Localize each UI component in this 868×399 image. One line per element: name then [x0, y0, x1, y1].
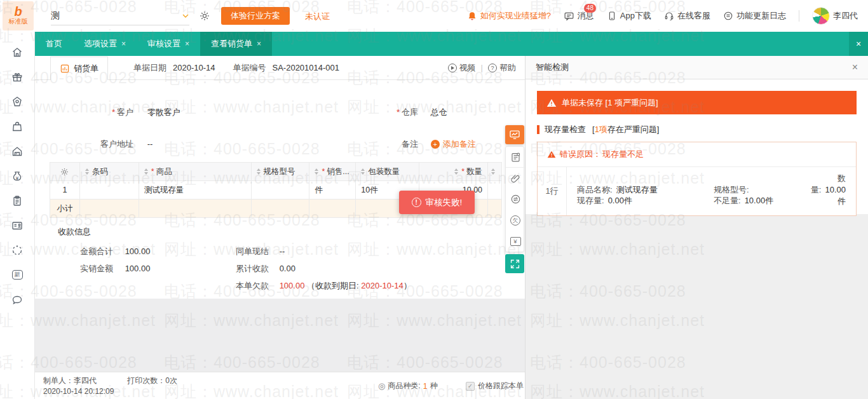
tab-sales-order-label: 销货单	[74, 63, 98, 74]
header-spec[interactable]: 规格型号	[252, 163, 310, 181]
audit-failed-toast: ! 审核失败!	[399, 191, 475, 214]
close-icon[interactable]: ×	[257, 39, 261, 48]
price-track-option[interactable]: ✓ 价格跟踪本单	[466, 381, 524, 391]
close-icon[interactable]: ×	[185, 39, 189, 48]
app-download-label: App下载	[620, 10, 651, 22]
error-detail-row: 1行 商品名称:测试现存量 规格型号: 数量:10.00件 现存量:0.00件 …	[538, 167, 856, 215]
header-qty[interactable]: *数量	[419, 163, 488, 181]
online-service-link[interactable]: 在线客服	[664, 10, 710, 22]
trial-industry-plan-button[interactable]: 体验行业方案	[221, 7, 290, 25]
video-link[interactable]: 视频	[448, 62, 476, 74]
goods-category-label: 商品种类:	[388, 381, 420, 391]
arrears-icon[interactable]: 欠	[506, 210, 525, 231]
debt-value: 100.00	[280, 281, 305, 290]
header-more[interactable]	[488, 163, 502, 181]
purchase-bag-icon[interactable]	[5, 114, 29, 139]
product-name-label: 商品名称:	[577, 185, 613, 194]
creator-info: 制单人：李四代	[43, 376, 97, 385]
funds-icon[interactable]: ¥	[5, 163, 29, 188]
debt-label: 本单欠款	[221, 277, 269, 294]
customer-value[interactable]: 零散客户	[147, 107, 180, 117]
tab-sales-order[interactable]: 销货单	[50, 57, 108, 81]
user-menu[interactable]: 李四代	[812, 7, 858, 25]
doc-no-value: SA-20201014-001	[273, 63, 340, 72]
promo-link[interactable]: 如何实现业绩猛增?	[467, 10, 551, 22]
cell-spec[interactable]	[252, 181, 310, 200]
yen-glyph: ¥	[16, 175, 18, 181]
smart-detect-icon[interactable]	[505, 125, 524, 144]
company-selector[interactable]: 测	[51, 6, 189, 25]
doc-meta: 单据日期 2020-10-14 单据编号 SA-20201014-001	[133, 62, 339, 74]
new-feature-icon[interactable]: 新	[5, 262, 29, 287]
header-sales-unit[interactable]: *销售...	[309, 163, 356, 181]
row-index: 1	[50, 181, 80, 200]
cell-unit[interactable]: 件	[309, 181, 356, 200]
price-tag-icon[interactable]: ¥	[506, 231, 525, 252]
exchange-icon[interactable]	[506, 189, 525, 210]
add-remark-link[interactable]: + 添加备注	[431, 139, 476, 150]
doc-date-label: 单据日期	[133, 62, 166, 74]
not-certified-link[interactable]: 未认证	[305, 11, 330, 22]
payment-section-title: 收款信息	[58, 226, 91, 238]
app-download-link[interactable]: App下载	[607, 10, 651, 22]
messages-link[interactable]: 消息 48	[564, 10, 594, 22]
warehouse-value[interactable]: 总仓	[431, 107, 447, 117]
spec-label: 规格型号:	[714, 185, 749, 194]
sync-icon[interactable]	[5, 238, 29, 262]
product-name-value: 测试现存量	[616, 185, 658, 194]
attachment-icon[interactable]	[506, 168, 525, 189]
avatar	[812, 7, 830, 25]
error-reason-row: 错误原因： 现存量不足	[538, 142, 856, 167]
doc-no-label: 单据编号	[233, 62, 266, 74]
due-date-value: 2020-10-14	[361, 281, 403, 290]
cell-product[interactable]: 测试现存量	[139, 181, 252, 200]
nav-tab-audit-settings[interactable]: 审核设置 ×	[137, 32, 200, 56]
form-row-2: 客户地址 -- 备注 + 添加备注	[50, 139, 513, 151]
received-total-label: 累计收款	[221, 260, 269, 277]
column-settings-gear-icon[interactable]	[50, 163, 80, 181]
section-count: [1项存在严重问题]	[592, 124, 659, 135]
gift-icon[interactable]	[5, 64, 29, 89]
help-link[interactable]: ? 帮助	[488, 62, 516, 74]
customer-label: 客户	[117, 107, 133, 117]
play-icon	[448, 64, 457, 72]
qty-value: 10.00件	[825, 185, 846, 206]
close-icon[interactable]: ×	[852, 62, 858, 73]
header-product[interactable]: *商品	[139, 163, 252, 181]
contacts-card-icon[interactable]	[5, 213, 29, 238]
expand-icon[interactable]	[505, 254, 524, 273]
help-label: 帮助	[499, 62, 516, 74]
promotion-icon[interactable]	[5, 89, 29, 114]
amount-total-value: 100.00	[125, 247, 151, 256]
close-icon[interactable]: ×	[121, 39, 126, 48]
changelog-link[interactable]: 功能更新日志	[723, 10, 786, 22]
error-reason-label: 错误原因：	[560, 149, 601, 160]
navbar-close-button[interactable]: ×	[849, 32, 868, 56]
doc-date-value: 2020-10-14	[173, 63, 215, 72]
header-pack-qty[interactable]: 包装数量	[356, 163, 419, 181]
orders-icon[interactable]	[5, 188, 29, 213]
form-row-1: *客户 零散客户 *仓库 总仓	[50, 107, 513, 119]
cell-barcode[interactable]	[80, 181, 139, 200]
feedback-icon[interactable]	[5, 287, 29, 312]
section-marker	[537, 125, 539, 134]
nav-tab-view-sales-order[interactable]: 查看销货单 ×	[200, 32, 272, 56]
gear-icon[interactable]	[200, 11, 210, 21]
order-card: *客户 零散客户 *仓库 总仓 客户地址 -- 备注 + 添加备注	[35, 80, 525, 299]
header-barcode[interactable]: 条码	[80, 163, 139, 181]
actual-sales-value: 100.00	[125, 264, 151, 273]
document-tab-strip: 销货单 单据日期 2020-10-14 单据编号 SA-20201014-001…	[35, 56, 525, 80]
main-area: 销货单 单据日期 2020-10-14 单据编号 SA-20201014-001…	[35, 56, 525, 399]
subtotal-label: 小计	[50, 200, 80, 218]
chevron-down-icon	[182, 12, 189, 20]
price-track-checkbox[interactable]: ✓	[466, 382, 475, 391]
floating-toolbar: 欠 ¥	[505, 125, 524, 273]
address-label: 客户地址	[100, 139, 133, 149]
yen-glyph: ¥	[510, 237, 521, 246]
warehouse-icon[interactable]	[5, 139, 29, 163]
nav-tab-home[interactable]: 首页	[35, 32, 73, 56]
phone-icon	[607, 11, 617, 21]
home-icon[interactable]	[5, 39, 29, 64]
note-icon[interactable]	[506, 147, 525, 168]
nav-tab-options[interactable]: 选项设置 ×	[73, 32, 137, 56]
